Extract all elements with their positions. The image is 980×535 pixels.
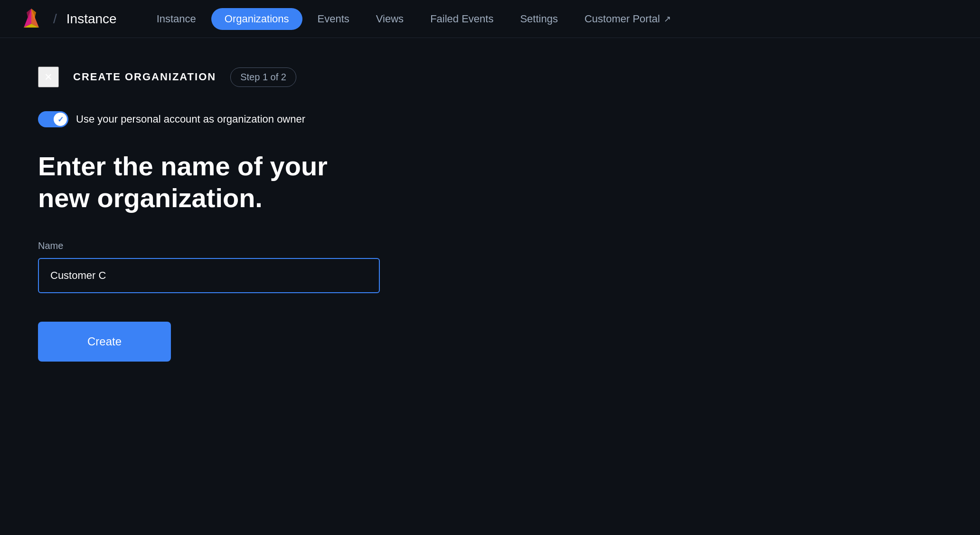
step-badge: Step 1 of 2 [230,67,296,87]
toggle-thumb: ✓ [54,113,67,126]
personal-account-toggle[interactable]: ✓ [38,111,68,127]
toggle-check-icon: ✓ [57,115,64,124]
nav-item-failed-events[interactable]: Failed Events [419,8,505,30]
name-field-group: Name [38,240,942,293]
toggle-track: ✓ [38,111,68,127]
form-heading: Enter the name of your new organization. [38,150,370,214]
nav-item-instance[interactable]: Instance [145,8,207,30]
nav-item-organizations[interactable]: Organizations [211,8,302,30]
form-header: × CREATE ORGANIZATION Step 1 of 2 [38,67,942,87]
main-content: × CREATE ORGANIZATION Step 1 of 2 ✓ Use … [0,38,980,390]
create-button[interactable]: Create [38,322,171,362]
logo-separator: / [53,11,57,27]
logo-icon [19,7,44,31]
name-field-label: Name [38,240,942,251]
logo-area: / Instance [19,7,117,31]
nav-item-views[interactable]: Views [365,8,415,30]
form-title: CREATE ORGANIZATION [73,71,216,83]
nav-item-events[interactable]: Events [306,8,361,30]
external-link-icon: ↗ [664,14,671,24]
main-nav: Instance Organizations Events Views Fail… [145,8,682,30]
name-input[interactable] [38,258,380,293]
toggle-section: ✓ Use your personal account as organizat… [38,111,942,127]
header: / Instance Instance Organizations Events… [0,0,980,38]
nav-item-customer-portal[interactable]: Customer Portal ↗ [573,8,682,30]
logo-title: Instance [66,11,117,27]
toggle-label: Use your personal account as organizatio… [76,113,305,125]
nav-item-settings[interactable]: Settings [509,8,569,30]
customer-portal-label: Customer Portal [584,13,660,25]
close-button[interactable]: × [38,67,59,87]
